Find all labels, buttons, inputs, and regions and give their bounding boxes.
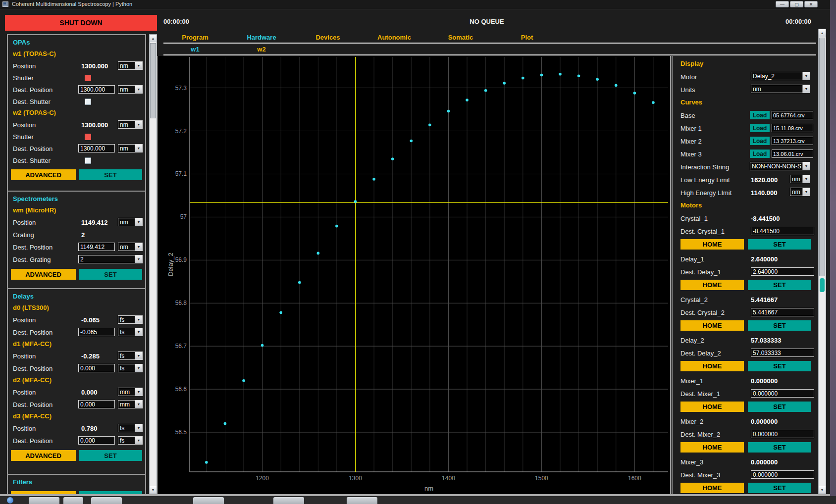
motor-dest-input[interactable]: 2.640000 bbox=[751, 267, 814, 276]
subtab-w1[interactable]: w1 bbox=[168, 46, 222, 53]
unit-combo[interactable]: nm▼ bbox=[790, 188, 810, 196]
home-button[interactable]: HOME bbox=[680, 402, 744, 412]
taskbar-browser-icon[interactable] bbox=[7, 497, 13, 504]
home-button[interactable]: HOME bbox=[680, 442, 744, 453]
tab-autonomic[interactable]: Autonomic bbox=[367, 34, 421, 41]
advanced-button[interactable]: ADVANCED bbox=[11, 269, 76, 280]
subtab-w2[interactable]: w2 bbox=[234, 46, 289, 53]
set-button[interactable]: SET bbox=[79, 169, 142, 180]
unit-combo[interactable]: fs▼ bbox=[118, 364, 143, 372]
right-scrollbar-thumb[interactable] bbox=[819, 38, 825, 276]
unit-combo[interactable]: nm▼ bbox=[118, 218, 143, 226]
curve-file-input[interactable]: 13 37213.crv bbox=[772, 137, 813, 145]
set-button[interactable]: SET bbox=[748, 483, 811, 493]
scroll-position-marker[interactable] bbox=[820, 278, 825, 292]
shutter-indicator[interactable] bbox=[85, 75, 91, 81]
right-scrollbar[interactable]: ▲ ▼ bbox=[818, 29, 826, 494]
minimize-button[interactable]: — bbox=[776, 1, 789, 7]
home-button[interactable]: HOME bbox=[680, 361, 744, 371]
field-input[interactable]: 1300.000 bbox=[78, 85, 115, 94]
set-button[interactable]: SET bbox=[748, 442, 811, 453]
home-button[interactable]: HOME bbox=[680, 320, 744, 331]
taskbar-window-icon[interactable] bbox=[91, 497, 122, 504]
field-row: BaseLoad05 67764.crv bbox=[675, 109, 817, 122]
field-input[interactable]: 0.000 bbox=[78, 436, 115, 445]
taskbar-window-icon[interactable] bbox=[29, 497, 59, 504]
motor-dest-input[interactable]: -8.441500 bbox=[751, 227, 814, 235]
advanced-button[interactable]: ADVANCED bbox=[11, 450, 76, 461]
set-button[interactable]: SET bbox=[748, 239, 811, 250]
home-button[interactable]: HOME bbox=[680, 239, 744, 250]
field-input[interactable]: 1300.000 bbox=[78, 144, 115, 152]
scatter-plot-canvas[interactable]: 56.556.656.756.856.95757.157.257.3120013… bbox=[158, 56, 670, 495]
shutdown-button[interactable]: SHUT DOWN bbox=[5, 15, 157, 31]
field-input[interactable]: 1149.412 bbox=[78, 243, 115, 251]
field-input[interactable]: -0.065 bbox=[78, 328, 115, 336]
load-button[interactable]: Load bbox=[750, 150, 770, 158]
unit-combo[interactable]: fs▼ bbox=[118, 328, 143, 336]
motor-dest-input[interactable]: 57.033333 bbox=[751, 349, 814, 357]
maximize-button[interactable]: ▢ bbox=[790, 1, 803, 7]
set-button[interactable]: SET bbox=[748, 361, 811, 371]
display-combo[interactable]: nm▼ bbox=[751, 85, 810, 93]
unit-combo[interactable]: nm▼ bbox=[118, 120, 143, 129]
advanced-button[interactable]: ADVANCED bbox=[11, 169, 76, 180]
set-button[interactable]: SET bbox=[748, 280, 811, 290]
home-button[interactable]: HOME bbox=[680, 280, 744, 290]
dest-shutter-checkbox[interactable] bbox=[85, 99, 91, 105]
unit-combo[interactable]: nm▼ bbox=[118, 144, 143, 152]
field-row: Dest. Crystal_25.441667 bbox=[675, 306, 817, 319]
sidebar-scrollbar[interactable]: ▲ ▼ bbox=[149, 34, 157, 494]
tab-somatic[interactable]: Somatic bbox=[433, 34, 488, 41]
tab-plot[interactable]: Plot bbox=[500, 34, 554, 41]
field-input[interactable]: 0.000 bbox=[78, 400, 115, 408]
unit-combo[interactable]: nm▼ bbox=[118, 85, 143, 94]
taskbar-window-icon[interactable] bbox=[347, 497, 377, 504]
tab-devices[interactable]: Devices bbox=[301, 34, 355, 41]
unit-combo[interactable]: mm▼ bbox=[118, 400, 143, 408]
sidebar-scrollbar-thumb[interactable] bbox=[150, 43, 156, 118]
scroll-down-icon[interactable]: ▼ bbox=[819, 486, 826, 494]
motor-dest-input[interactable]: 0.000000 bbox=[751, 470, 814, 479]
set-button[interactable]: SET bbox=[748, 402, 811, 412]
close-button[interactable]: ✕ bbox=[804, 1, 818, 7]
data-point bbox=[391, 157, 394, 160]
interaction-combo[interactable]: NON-NON-NON-S▼ bbox=[750, 162, 810, 170]
motor-dest-input[interactable]: 5.441667 bbox=[751, 308, 814, 316]
dest-shutter-checkbox[interactable] bbox=[85, 157, 91, 164]
load-button[interactable]: Load bbox=[750, 124, 770, 132]
unit-combo[interactable]: nm▼ bbox=[118, 61, 143, 70]
set-button[interactable]: SET bbox=[79, 269, 142, 280]
curve-file-input[interactable]: 15.11.09.crv bbox=[772, 124, 813, 132]
home-button[interactable]: HOME bbox=[680, 483, 744, 493]
scroll-up-icon[interactable]: ▲ bbox=[150, 35, 157, 42]
taskbar-window-icon[interactable] bbox=[273, 497, 304, 504]
load-button[interactable]: Load bbox=[750, 137, 770, 145]
unit-combo[interactable]: fs▼ bbox=[118, 424, 143, 432]
data-point bbox=[466, 99, 469, 101]
scroll-down-icon[interactable]: ▼ bbox=[150, 486, 157, 494]
tab-program[interactable]: Program bbox=[168, 34, 222, 41]
tab-hardware[interactable]: Hardware bbox=[234, 34, 289, 41]
unit-combo[interactable]: nm▼ bbox=[118, 243, 143, 251]
unit-combo[interactable]: mm▼ bbox=[118, 388, 143, 396]
unit-combo[interactable]: nm▼ bbox=[790, 175, 810, 183]
scroll-up-icon[interactable]: ▲ bbox=[819, 29, 826, 37]
grating-combo[interactable]: 2▼ bbox=[78, 255, 143, 263]
motor-dest-input[interactable]: 0.000000 bbox=[751, 430, 814, 438]
load-button[interactable]: Load bbox=[750, 111, 770, 119]
taskbar-window-icon[interactable] bbox=[63, 497, 83, 504]
curve-file-input[interactable]: 05 67764.crv bbox=[772, 111, 813, 119]
set-button[interactable]: SET bbox=[79, 450, 142, 461]
curve-file-input[interactable]: 13.06.01.crv bbox=[772, 150, 813, 158]
unit-combo[interactable]: fs▼ bbox=[118, 352, 143, 360]
delay-curve-plot[interactable]: 56.556.656.756.856.95757.157.257.3120013… bbox=[157, 56, 671, 495]
unit-combo[interactable]: fs▼ bbox=[118, 436, 143, 445]
display-combo[interactable]: Delay_2▼ bbox=[751, 72, 810, 80]
shutter-indicator[interactable] bbox=[85, 134, 91, 140]
field-input[interactable]: 0.000 bbox=[78, 364, 115, 372]
unit-combo[interactable]: fs▼ bbox=[118, 315, 143, 324]
set-button[interactable]: SET bbox=[748, 320, 811, 331]
motor-dest-input[interactable]: 0.000000 bbox=[751, 389, 814, 398]
taskbar-window-icon[interactable] bbox=[193, 497, 224, 504]
